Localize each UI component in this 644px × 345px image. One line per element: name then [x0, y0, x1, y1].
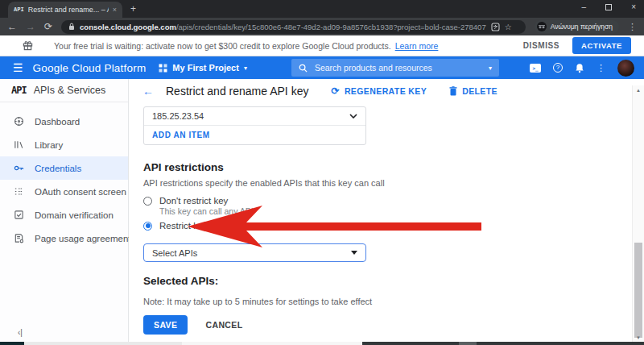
api-logo: API	[11, 85, 27, 96]
radio-unselected-icon[interactable]	[143, 197, 152, 206]
content-scrollbar[interactable]: ▲ ▼	[632, 85, 644, 345]
chevron-down-icon	[349, 114, 357, 118]
settings-note: Note: It may take up to 5 minutes for se…	[143, 297, 531, 306]
radio-restrict-key[interactable]: Restrict key	[143, 221, 531, 231]
gcp-more-icon[interactable]: ⋮	[597, 63, 605, 73]
forward-nav-icon[interactable]: →	[26, 21, 35, 32]
radio-dont-restrict-key[interactable]: Don't restrict key	[143, 196, 531, 206]
reload-icon[interactable]: ⟳	[44, 21, 52, 32]
lock-icon	[68, 23, 75, 31]
search-icon	[299, 64, 308, 73]
form-buttons: SAVE CANCEL	[143, 315, 531, 335]
notifications-bell-icon[interactable]	[575, 63, 584, 73]
address-bar[interactable]: console.cloud.google.com/apis/credential…	[61, 20, 526, 34]
browser-tab[interactable]: API Restrict and rename... – APIs & S ×	[8, 2, 122, 18]
regenerate-key-button[interactable]: ⟳ REGENERATE KEY	[331, 85, 427, 97]
scrollbar-thumb[interactable]	[634, 243, 642, 338]
api-restrictions-title: API restrictions	[143, 161, 531, 173]
back-arrow-icon[interactable]: ←	[142, 85, 154, 98]
page-title: Restrict and rename API key	[166, 85, 308, 98]
oauth-consent-icon	[14, 186, 24, 197]
sidebar-item-page-usage-agreements[interactable]: Page usage agreements	[0, 227, 128, 250]
sidebar-item-credentials[interactable]: Credentials	[0, 156, 128, 180]
help-icon[interactable]: ?	[553, 63, 563, 73]
incognito-icon	[537, 22, 547, 31]
sidebar-title: APIs & Services	[34, 85, 106, 96]
search-caret-icon[interactable]: ▾	[489, 64, 492, 72]
incognito-badge[interactable]: Ανώνυμη περιήγηση	[535, 20, 619, 33]
selected-apis-title: Selected APIs:	[143, 275, 531, 287]
learn-more-link[interactable]: Learn more	[395, 41, 439, 51]
sidebar-item-label: Library	[35, 140, 63, 150]
sidebar-item-label: Credentials	[35, 164, 81, 173]
sidebar-item-dashboard[interactable]: Dashboard	[0, 110, 128, 133]
dismiss-button[interactable]: DISMISS	[523, 41, 559, 50]
tab-close-icon[interactable]: ×	[113, 6, 117, 14]
sidebar-collapse-icon[interactable]: ‹|	[18, 328, 23, 337]
scroll-up-icon[interactable]: ▲	[633, 88, 644, 93]
app-body: API APIs & Services Dashboard Library	[0, 79, 644, 345]
ip-value: 185.25.23.54	[152, 111, 204, 121]
taskbar-edge	[0, 342, 644, 345]
minimize-button[interactable]: –	[582, 3, 587, 11]
radio-dont-restrict-sub: This key can call any API	[159, 206, 531, 216]
sidebar-item-label: Domain verification	[35, 210, 114, 220]
cancel-button[interactable]: CANCEL	[205, 320, 242, 330]
add-an-item-button[interactable]: ADD AN ITEM	[144, 126, 365, 144]
hamburger-menu-icon[interactable]: ☰	[13, 61, 23, 74]
save-button[interactable]: SAVE	[143, 315, 188, 335]
activate-button[interactable]: ACTIVATE	[572, 37, 631, 54]
tab-title: Restrict and rename... – APIs & S	[28, 6, 109, 14]
ip-restriction-list: 185.25.23.54 ADD AN ITEM	[143, 106, 366, 145]
main-content: ← Restrict and rename API key ⟳ REGENERA…	[129, 79, 644, 345]
select-apis-dropdown[interactable]: Select APIs	[143, 243, 366, 262]
sidebar-item-label: OAuth consent screen	[35, 187, 126, 197]
sidebar-item-domain-verification[interactable]: Domain verification	[0, 203, 128, 227]
trial-banner: Your free trial is waiting: activate now…	[0, 35, 644, 56]
browser-menu-icon[interactable]: ⋮	[628, 22, 637, 32]
gcp-header-icons: >_ ? ⋮	[530, 60, 636, 77]
tab-favicon-icon: API	[14, 6, 24, 13]
sidebar-item-library[interactable]: Library	[0, 133, 128, 156]
translate-icon[interactable]	[491, 23, 500, 31]
account-avatar[interactable]	[617, 60, 634, 77]
project-name: My First Project	[172, 63, 239, 73]
gcp-header: ☰ Google Cloud Platform My First Project…	[0, 56, 644, 79]
browser-toolbar: ← → ⟳ console.cloud.google.com/apis/cred…	[0, 18, 644, 35]
search-placeholder: Search products and resources	[315, 63, 481, 73]
search-bar[interactable]: Search products and resources ▾	[291, 59, 499, 77]
maximize-button[interactable]	[605, 4, 612, 10]
cloud-shell-icon[interactable]: >_	[530, 64, 541, 73]
key-icon	[14, 163, 24, 173]
project-caret-icon: ▾	[244, 64, 247, 72]
ip-item-row[interactable]: 185.25.23.54	[144, 107, 365, 126]
refresh-icon: ⟳	[331, 85, 339, 97]
taskbar-segment	[459, 342, 477, 345]
url-text: console.cloud.google.com/apis/credential…	[80, 23, 486, 31]
gcp-brand[interactable]: Google Cloud Platform	[33, 62, 147, 74]
banner-actions: DISMISS ACTIVATE	[523, 37, 634, 54]
screen: API Restrict and rename... – APIs & S × …	[0, 0, 644, 345]
radio-selected-icon[interactable]	[143, 222, 152, 231]
project-selector[interactable]: My First Project ▾	[159, 63, 247, 73]
url-path: /apis/credentials/key/15c800e6-48e7-49d2…	[176, 23, 486, 31]
sidebar-items: Dashboard Library Credentials	[0, 102, 128, 250]
trash-icon	[449, 86, 457, 96]
url-domain: console.cloud.google.com	[80, 23, 176, 31]
delete-button[interactable]: DELETE	[449, 86, 497, 96]
scroll-down-icon[interactable]: ▼	[633, 335, 644, 340]
sidebar-item-label: Dashboard	[35, 117, 80, 127]
back-nav-icon[interactable]: ←	[7, 21, 17, 32]
sidebar-header: API APIs & Services	[0, 79, 128, 102]
trial-banner-text: Your free trial is waiting: activate now…	[54, 41, 391, 51]
incognito-label: Ανώνυμη περιήγηση	[551, 23, 613, 31]
sidebar-item-oauth-consent-screen[interactable]: OAuth consent screen	[0, 180, 128, 203]
window-close-button[interactable]: ×	[631, 3, 636, 11]
sidebar-item-label: Page usage agreements	[35, 234, 135, 243]
key-restrictions-form: 185.25.23.54 ADD AN ITEM API restriction…	[129, 102, 531, 335]
project-icon	[159, 64, 167, 73]
dropdown-caret-icon	[351, 251, 357, 255]
gift-icon	[23, 40, 33, 51]
new-tab-button[interactable]: +	[130, 3, 136, 15]
bookmark-star-icon[interactable]: ☆	[505, 23, 512, 31]
